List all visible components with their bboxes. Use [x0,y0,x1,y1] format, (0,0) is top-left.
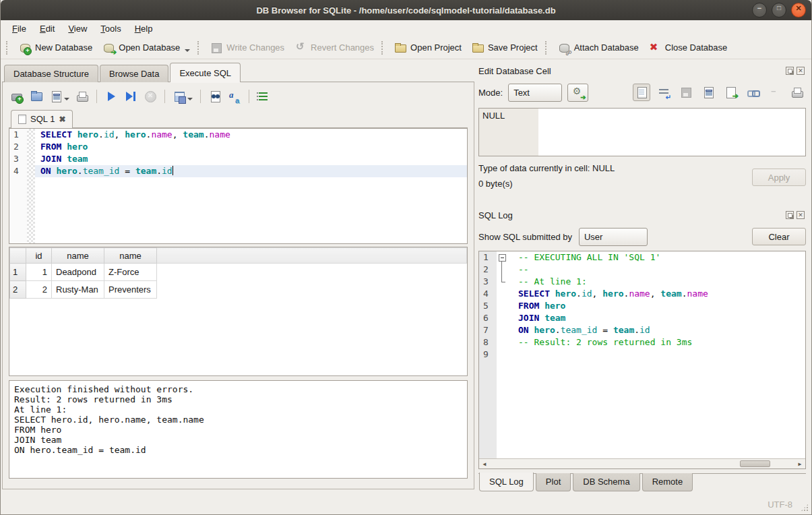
open-in-app-button[interactable] [744,84,761,101]
tab-database-structure[interactable]: Database Structure [4,65,98,82]
import-data-icon [679,86,693,99]
format-sql-button[interactable] [257,90,270,103]
cell-mode-row: Mode: Text [478,82,806,102]
new-database-button[interactable]: New Database [13,38,97,57]
find-button[interactable] [208,90,222,103]
code-line[interactable]: 1SELECT hero.id, hero.name, team.name [9,129,467,141]
code-line[interactable]: 2-- [479,264,805,276]
code-line[interactable]: 3-- At line 1: [479,276,805,288]
code-line[interactable]: 3JOIN team [9,153,467,165]
code-line[interactable]: 8-- Result: 2 rows returned in 3ms [479,336,805,349]
save-sql-file-button[interactable] [49,90,69,103]
open-sql-file-button[interactable] [30,90,43,103]
sql-log-view[interactable]: 1-- EXECUTING ALL IN 'SQL 1'2--3-- At li… [478,251,806,469]
apply-button[interactable]: Apply [752,169,806,186]
code-line[interactable]: 2FROM hero [9,141,467,153]
text-mode-button[interactable] [633,84,650,101]
close-dock-icon[interactable] [797,211,805,219]
scrollbar-thumb[interactable] [740,460,770,467]
close-sql-tab-icon[interactable]: ✖ [59,115,65,124]
menu-view[interactable]: View [62,22,93,36]
code-line[interactable]: 6JOIN team [479,312,805,324]
line-number: 7 [479,324,497,336]
code-line[interactable]: 4ON hero.team_id = team.id [9,165,467,177]
print-cell-button[interactable] [788,84,806,101]
attach-database-button[interactable]: Attach Database [553,38,644,57]
table-row[interactable]: 11DeadpondZ-Force [10,264,467,281]
toolbar-separator [200,90,201,103]
horizontal-scrollbar[interactable]: ◀ ▶ [479,458,805,468]
code-line[interactable]: 5FROM hero [479,300,805,312]
tab-execute-sql[interactable]: Execute SQL [170,63,241,82]
auto-mode-button[interactable] [567,84,588,102]
code-line[interactable]: 7ON hero.team_id = team.id [479,324,805,336]
edit-cell-dock-title: Edit Database Cell [478,63,806,78]
table-cell[interactable]: Preventers [104,281,157,299]
auto-complete-button[interactable] [228,90,241,103]
scroll-left-icon[interactable]: ◀ [479,459,490,468]
save-as-button[interactable] [699,84,717,101]
results-grid[interactable]: idnamename11DeadpondZ-Force22Rusty-ManPr… [9,247,468,376]
auto-complete-icon [228,90,241,103]
toolbar-handle-icon [381,41,385,55]
set-null-button[interactable] [766,84,784,101]
export-data-button[interactable] [722,84,739,101]
column-header[interactable]: name [104,248,157,264]
float-dock-icon[interactable] [786,67,794,75]
word-wrap-button[interactable] [655,84,673,101]
table-cell[interactable]: 2 [26,281,52,299]
table-cell[interactable]: 1 [26,264,52,281]
menu-edit[interactable]: Edit [34,22,61,36]
execute-sql-button[interactable] [104,90,118,103]
float-dock-icon[interactable] [786,211,794,219]
stop-execution-button[interactable] [144,90,157,103]
bottom-tab-plot[interactable]: Plot [536,473,571,491]
sql-doc-tab[interactable]: SQL 1 ✖ [11,110,73,128]
column-header[interactable]: id [26,248,52,264]
execute-current-line-button[interactable] [124,90,137,103]
revert-changes-button[interactable]: Revert Changes [289,38,379,57]
table-cell[interactable]: Z-Force [104,264,157,281]
mode-select[interactable]: Text [508,84,562,102]
print-cell-icon [790,86,804,99]
resize-grip-icon[interactable] [801,504,809,512]
code-line[interactable]: 4SELECT hero.id, hero.name, team.name [479,288,805,300]
scrollbar-track[interactable] [490,460,794,468]
clear-log-button[interactable]: Clear [752,228,806,245]
import-data-button[interactable] [677,84,695,101]
open-project-button[interactable]: Open Project [389,38,466,57]
maximize-icon[interactable] [772,3,786,18]
open-database-button[interactable]: Open Database [97,38,195,57]
write-changes-button[interactable]: Write Changes [205,38,289,57]
tab-browse-data[interactable]: Browse Data [100,65,168,82]
sql-editor[interactable]: 1SELECT hero.id, hero.name, team.name2FR… [9,128,468,244]
submitter-select[interactable]: User [579,228,648,246]
menu-help[interactable]: Help [129,22,159,36]
column-header[interactable]: name [52,248,104,264]
execution-log[interactable]: Execution finished without errors. Resul… [9,380,468,479]
scroll-right-icon[interactable]: ▶ [794,459,805,468]
new-sql-tab-button[interactable] [10,90,24,103]
close-database-button[interactable]: Close Database [644,38,732,57]
code-text: FROM hero [35,141,467,153]
fold-margin [497,336,507,349]
save-results-button[interactable] [173,90,193,103]
close-dock-icon[interactable] [797,67,805,75]
menu-tools[interactable]: Tools [94,22,127,36]
code-line[interactable]: 9 [479,349,805,361]
minimize-icon[interactable] [752,3,767,18]
stop-execution-icon [144,90,157,103]
table-cell[interactable]: Rusty-Man [52,281,104,299]
close-icon[interactable] [791,3,806,18]
table-cell[interactable]: Deadpond [52,264,104,281]
cell-value-editor[interactable]: NULL [478,108,806,156]
menu-file[interactable]: File [6,22,32,36]
print-sql-button[interactable] [75,90,89,103]
bottom-tab-remote[interactable]: Remote [642,473,693,491]
table-row[interactable]: 22Rusty-ManPreventers [10,281,467,299]
code-line[interactable]: 1-- EXECUTING ALL IN 'SQL 1' [479,251,805,264]
table-header-row: idnamename [10,248,467,264]
bottom-tab-db-schema[interactable]: DB Schema [573,473,639,491]
save-project-button[interactable]: Save Project [466,38,542,57]
bottom-tab-sql-log[interactable]: SQL Log [479,473,534,491]
